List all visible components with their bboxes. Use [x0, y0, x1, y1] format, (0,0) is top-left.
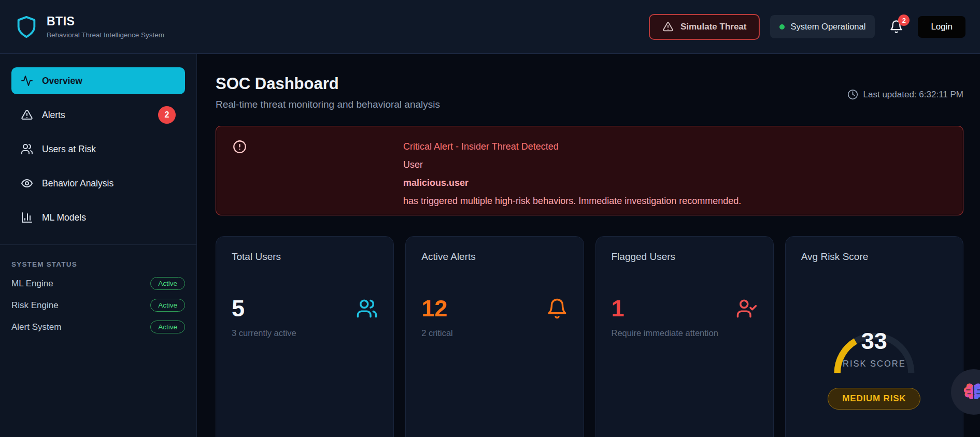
main-content: SOC Dashboard Real-time threat monitorin…: [197, 54, 980, 437]
risk-level-badge: MEDIUM RISK: [828, 388, 920, 410]
system-status-row: ML Engine Active: [11, 277, 185, 290]
user-check-icon: [736, 298, 758, 319]
active-status-badge: Active: [150, 277, 185, 290]
sidebar-item-label: Overview: [42, 76, 82, 86]
bell-icon: [546, 298, 568, 319]
stat-card-title: Flagged Users: [612, 251, 758, 263]
risk-score-label: RISK SCORE: [786, 359, 963, 369]
sidebar-item-behavior-analysis[interactable]: Behavior Analysis: [11, 170, 185, 197]
system-status-heading: SYSTEM STATUS: [11, 260, 185, 268]
stat-card-flagged-users: Flagged Users 1 Require immediate attent…: [595, 236, 774, 437]
app-logo: BTIS Behavioral Threat Intelligence Syst…: [15, 14, 164, 39]
stat-card-title: Avg Risk Score: [801, 251, 947, 263]
sidebar-item-alerts[interactable]: Alerts 2: [11, 101, 185, 128]
system-status-label: System Operational: [790, 22, 865, 32]
login-button[interactable]: Login: [918, 16, 965, 38]
stat-card-total-users: Total Users 5 3 currently active: [216, 236, 394, 437]
clock-icon: [847, 89, 858, 100]
simulate-threat-label: Simulate Threat: [680, 22, 747, 32]
active-status-badge: Active: [150, 321, 185, 333]
status-dot-icon: [779, 24, 785, 30]
risk-score-value: 33: [786, 328, 963, 355]
page-subtitle: Real-time threat monitoring and behavior…: [216, 99, 963, 110]
activity-icon: [21, 75, 33, 87]
critical-alert-username: malicious.user: [403, 174, 741, 192]
sidebar-item-label: ML Models: [42, 212, 86, 223]
sidebar-item-label: Alerts: [42, 110, 65, 121]
sidebar-item-label: Behavior Analysis: [42, 178, 113, 189]
stat-card-active-alerts: Active Alerts 12 2 critical: [405, 236, 584, 437]
users-icon: [356, 298, 378, 319]
stat-card-title: Total Users: [232, 251, 378, 263]
alert-triangle-icon: [21, 109, 33, 121]
stat-value: 12: [421, 297, 447, 320]
simulate-threat-button[interactable]: Simulate Threat: [649, 14, 760, 40]
sidebar-item-label: Users at Risk: [42, 144, 96, 155]
critical-alert-content: Critical Alert - Insider Threat Detected…: [403, 138, 741, 210]
alerts-count-badge: 2: [158, 106, 176, 124]
engine-label: Risk Engine: [11, 300, 59, 311]
users-icon: [21, 143, 33, 155]
system-status-row: Alert System Active: [11, 321, 185, 333]
critical-alert-line: has triggered multiple high-risk behavio…: [403, 192, 741, 210]
last-updated-text: Last updated: 6:32:11 PM: [863, 90, 963, 100]
shield-icon: [15, 15, 38, 39]
notification-count-badge: 2: [898, 14, 910, 26]
risk-gauge: 33 RISK SCORE: [786, 314, 963, 384]
app-title: BTIS: [47, 14, 164, 28]
engine-label: ML Engine: [11, 279, 53, 289]
stat-value: 1: [612, 297, 624, 320]
stats-card-row: Total Users 5 3 currently active Active …: [216, 236, 963, 437]
brain-icon: [963, 382, 980, 402]
critical-alert-line: User: [403, 156, 741, 174]
app-header: BTIS Behavioral Threat Intelligence Syst…: [0, 0, 980, 54]
stat-subtitle: 3 currently active: [232, 328, 378, 338]
notifications-bell[interactable]: 2: [889, 20, 903, 34]
engine-label: Alert System: [11, 322, 61, 332]
sidebar-item-ml-models[interactable]: ML Models: [11, 204, 185, 231]
warning-triangle-icon: [662, 21, 674, 33]
active-status-badge: Active: [150, 299, 185, 312]
critical-alert-banner: Critical Alert - Insider Threat Detected…: [216, 126, 963, 215]
eye-icon: [21, 177, 33, 190]
critical-alert-title: Critical Alert - Insider Threat Detected: [403, 138, 741, 156]
sidebar: Overview Alerts 2 Users at Risk Behavior…: [0, 54, 197, 437]
sidebar-item-overview[interactable]: Overview: [11, 67, 185, 94]
sidebar-divider: [0, 244, 196, 245]
app-subtitle: Behavioral Threat Intelligence System: [47, 31, 164, 39]
stat-card-title: Active Alerts: [421, 251, 567, 263]
system-operational-pill: System Operational: [770, 15, 875, 38]
sidebar-item-users-at-risk[interactable]: Users at Risk: [11, 136, 185, 163]
circle-alert-icon: [233, 140, 247, 154]
bar-chart-icon: [21, 211, 33, 224]
risk-score-card: Avg Risk Score 33 RISK SCORE MEDIUM RISK: [785, 236, 963, 437]
system-status-row: Risk Engine Active: [11, 299, 185, 312]
stat-value: 5: [232, 297, 245, 320]
stat-subtitle: Require immediate attention: [612, 328, 758, 338]
last-updated: Last updated: 6:32:11 PM: [847, 89, 963, 100]
stat-subtitle: 2 critical: [421, 328, 567, 338]
